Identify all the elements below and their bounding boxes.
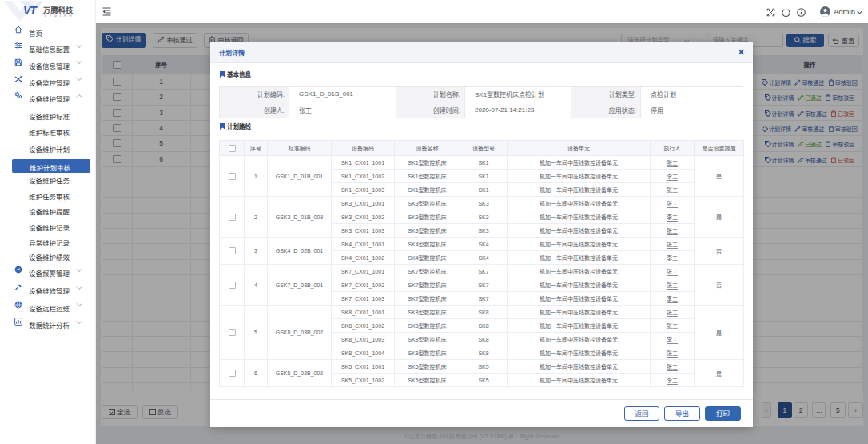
svg-text:VTSTAR: VTSTAR (44, 13, 74, 18)
